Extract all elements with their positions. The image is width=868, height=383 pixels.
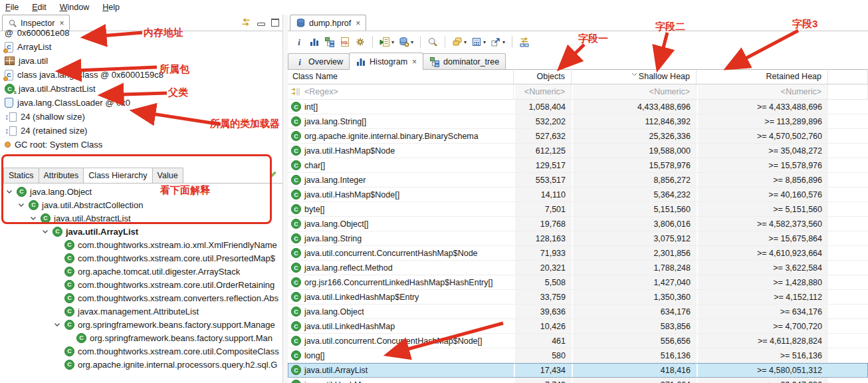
dropdown-arrow-icon[interactable]: ▾ — [391, 39, 394, 45]
tree-node[interactable]: Ccom.thoughtworks.xstream.converters.ref… — [0, 291, 282, 305]
chevron-down-icon[interactable] — [53, 322, 61, 327]
menu-file[interactable]: File — [5, 3, 19, 12]
table-row[interactable]: Cjava.lang.Object39,636634,176>= 634,176 — [288, 305, 868, 319]
numeric-filter-input[interactable]: <Numeric> — [697, 84, 828, 99]
heap-objects-button[interactable]: ▾ — [397, 35, 415, 49]
chevron-down-icon[interactable] — [5, 190, 13, 194]
settings-gear-button[interactable] — [354, 35, 367, 49]
group-by-button[interactable]: ▾ — [451, 35, 468, 49]
search-button[interactable] — [426, 35, 439, 49]
table-row[interactable]: Cchar[]129,51715,578,976>= 15,578,976 — [288, 158, 868, 173]
inspector-summary-list: @0x600061e08CArrayListjava.utilCclass ja… — [5, 26, 282, 152]
calculator-button[interactable]: ▾ — [470, 35, 487, 49]
table-row[interactable]: Cjava.util.LinkedHashMap10,426583,856>= … — [288, 319, 868, 334]
histogram-button[interactable] — [308, 35, 321, 49]
inspector-item[interactable]: GC root: System Class — [5, 138, 282, 152]
run-expression-button[interactable]: ▾ — [378, 35, 395, 49]
dropdown-arrow-icon[interactable]: ▾ — [464, 39, 467, 45]
info-button[interactable]: i — [292, 35, 306, 49]
maximize-icon[interactable] — [271, 19, 279, 27]
menu-help[interactable]: Help — [102, 3, 120, 12]
row-filler — [828, 363, 868, 377]
inspector-item[interactable]: java.util — [5, 54, 282, 68]
tree-node[interactable]: Ccom.thoughtworks.xstream.core.util.Comp… — [0, 344, 282, 358]
table-row[interactable]: Cjava.lang.Integer553,5178,856,272>= 8,8… — [288, 173, 868, 188]
inspector-item[interactable]: Cclass java.lang.Class @ 0x6000159c8 — [5, 68, 282, 82]
tree-node[interactable]: Corg.springframework.beans.factory.suppo… — [0, 331, 282, 344]
oql-button[interactable]: OQL — [338, 35, 352, 49]
table-row[interactable]: Clong[]580516,136>= 516,136 — [288, 348, 868, 363]
cell-text: java.util.HashMap$Node — [304, 146, 395, 156]
table-row[interactable]: Corg.apache.ignite.internal.binary.Binar… — [288, 129, 868, 144]
table-row[interactable]: Cjava.util.LinkedHashMap$Entry33,7591,35… — [288, 290, 868, 305]
numeric-filter-input[interactable]: <Numeric> — [572, 84, 697, 99]
column-header-class-name[interactable]: Class Name — [288, 68, 514, 84]
table-row[interactable]: Cjava.util.HashMap$Node612,12519,588,000… — [288, 144, 868, 158]
table-row[interactable]: Cjava.lang.Object[]19,7683,806,016>= 4,5… — [288, 217, 868, 231]
tab-histogram[interactable]: Histogram× — [349, 53, 423, 70]
chevron-down-icon[interactable] — [29, 216, 37, 221]
column-header-retained-heap[interactable]: Retained Heap — [697, 68, 828, 84]
tree-node[interactable]: Ccom.thoughtworks.xstream.io.xml.XmlFrie… — [0, 238, 282, 251]
tree-node[interactable]: Cjava.util.AbstractCollection — [0, 198, 282, 211]
numeric-filter-input[interactable]: <Numeric> — [514, 84, 572, 99]
value-cell: 516,136 — [572, 348, 697, 362]
tree-node[interactable]: Corg.apache.ignite.internal.processors.q… — [0, 358, 282, 371]
menu-edit[interactable]: Edit — [32, 3, 47, 12]
dropdown-arrow-icon[interactable]: ▾ — [483, 39, 486, 45]
tab-attributes[interactable]: Attributes — [39, 168, 84, 183]
chevron-down-icon[interactable] — [41, 229, 49, 234]
tree-node[interactable]: Corg.apache.tomcat.util.digester.ArraySt… — [0, 265, 282, 278]
compare-button[interactable] — [518, 35, 531, 49]
table-row[interactable]: Cjava.lang.String[]532,202112,846,392>= … — [288, 114, 868, 129]
cell-text: 14,110 — [541, 190, 566, 199]
svg-text:i: i — [298, 37, 300, 47]
regex-filter-input[interactable]: <Regex> — [288, 84, 514, 99]
cell-text: >= 35,048,272 — [768, 146, 822, 156]
value-cell: >= 5,151,560 — [697, 202, 828, 216]
column-header-shallow-heap[interactable]: Shallow Heap — [572, 68, 697, 84]
tab-statics[interactable]: Statics — [3, 168, 39, 183]
tree-node[interactable]: Ccom.thoughtworks.xstream.core.util.Pres… — [0, 251, 282, 265]
table-row[interactable]: Cbyte[]7,5015,151,560>= 5,151,560 — [288, 202, 868, 217]
close-icon[interactable]: × — [412, 57, 417, 66]
dropdown-arrow-icon[interactable]: ▾ — [411, 39, 413, 45]
tree-node[interactable]: Ccom.thoughtworks.xstream.core.util.Orde… — [0, 278, 282, 291]
table-row[interactable]: Cjava.lang.reflect.Method20,3211,788,248… — [288, 261, 868, 275]
table-row[interactable]: Cjava.util.concurrent.ConcurrentHashMap$… — [288, 334, 868, 348]
tree-node[interactable]: Cjava.lang.Object — [0, 185, 282, 198]
inspector-item[interactable]: java.lang.ClassLoader @ 0x0 — [5, 96, 282, 110]
menu-window[interactable]: Window — [60, 3, 89, 12]
value-cell: 71,933 — [514, 246, 572, 260]
tree-node[interactable]: Cjavax.management.AttributeList — [0, 305, 282, 318]
table-row[interactable]: Cjava.util.HashMap$Node[]14,1105,364,232… — [288, 188, 868, 202]
tab-value[interactable]: Value — [152, 168, 183, 183]
class-icon: C — [17, 187, 27, 197]
table-row[interactable]: Cjava.util.ArrayList17,434418,416>= 4,58… — [288, 363, 868, 378]
table-row[interactable]: Cjava.util.concurrent.ConcurrentHashMap$… — [288, 246, 868, 261]
table-row[interactable]: Cjava.util.HashMap7,743371,664>= 39,947,… — [288, 378, 868, 383]
table-row[interactable]: Cjava.lang.String128,1633,075,912>= 15,6… — [288, 231, 868, 246]
cell-text: 580 — [552, 351, 566, 360]
cell-text: 5,151,560 — [653, 205, 691, 214]
tree-node[interactable]: Corg.springframework.beans.factory.suppo… — [0, 318, 282, 331]
export-button[interactable]: ▾ — [489, 35, 506, 49]
value-cell: >= 8,856,896 — [697, 173, 828, 187]
table-row[interactable]: Cint[]1,058,4044,433,488,696>= 4,433,488… — [288, 100, 868, 114]
close-icon[interactable]: × — [356, 19, 360, 28]
inspector-item[interactable]: CArrayList — [5, 40, 282, 54]
dropdown-arrow-icon[interactable]: ▾ — [502, 39, 505, 45]
dominator-tree-icon — [429, 57, 440, 67]
tab-dominator_tree[interactable]: dominator_tree — [423, 53, 506, 69]
tree-node[interactable]: Cjava.util.AbstractList — [0, 211, 282, 225]
tab-overview[interactable]: iOverview — [288, 53, 350, 69]
regex-filter-icon — [290, 86, 301, 97]
inspector-item[interactable]: Csjava.util.AbstractList — [5, 82, 282, 96]
table-row[interactable]: Corg.jsr166.ConcurrentLinkedHashMap$Hash… — [288, 275, 868, 290]
dominator-tree-button[interactable] — [323, 35, 336, 49]
column-header-objects[interactable]: Objects — [514, 68, 572, 84]
tab-dump-hprof[interactable]: dump.hprof × — [290, 15, 366, 31]
tree-node[interactable]: Cjava.util.ArrayList — [0, 225, 282, 238]
chevron-down-icon[interactable] — [17, 203, 25, 207]
tab-class-hierarchy[interactable]: Class Hierarchy — [83, 168, 152, 183]
